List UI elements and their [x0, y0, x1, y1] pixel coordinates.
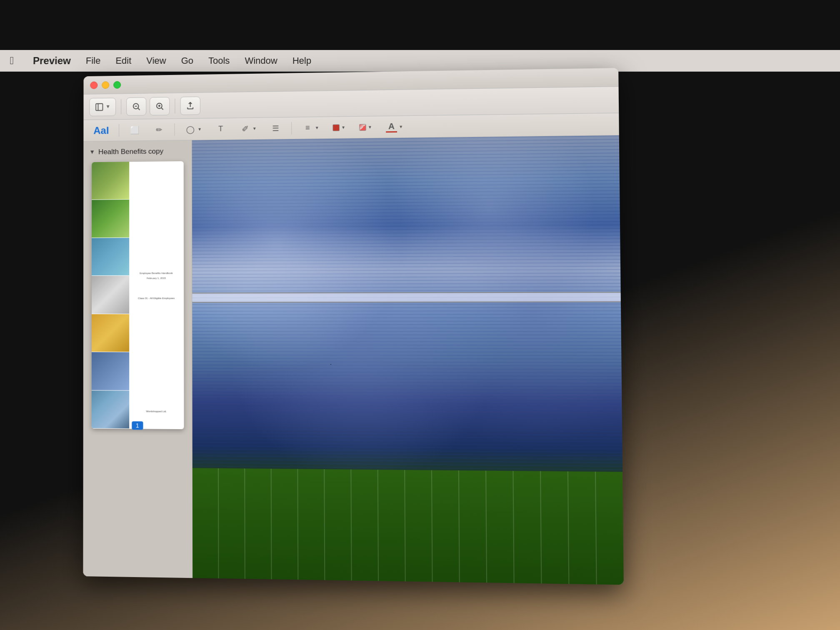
- close-button[interactable]: [90, 81, 98, 89]
- doc-footer-block: Wordshopped Ltd.: [132, 409, 180, 414]
- select-rect-button[interactable]: ⬜: [126, 123, 144, 137]
- doc-title-block: Employee Benefits Handbook February 1, 2…: [132, 270, 180, 280]
- doc-date: February 1, 2015: [132, 275, 180, 280]
- doc-handbook-title: Employee Benefits Handbook: [132, 270, 180, 275]
- collapse-arrow-icon[interactable]: ▼: [89, 149, 95, 155]
- monitor-area:  Preview File Edit View Go Tools Window…: [0, 0, 840, 630]
- line-style-button[interactable]: ≡ ▼: [299, 120, 322, 135]
- text-tool-label: AaI: [93, 125, 109, 136]
- field-yard-lines: [192, 468, 624, 585]
- zoom-out-button[interactable]: [126, 97, 146, 115]
- sidebar-toggle-button[interactable]: ▼: [89, 98, 116, 116]
- thumbnail-images: [91, 162, 129, 429]
- shapes-chevron-icon: ▼: [198, 127, 202, 132]
- crowd-overlay: [192, 135, 623, 494]
- minimize-button[interactable]: [102, 81, 109, 89]
- document-sidebar: ▼ Health Benefits copy: [83, 140, 192, 578]
- zoom-in-icon: [155, 101, 164, 110]
- app-name[interactable]: Preview: [33, 55, 71, 66]
- svg-rect-0: [96, 103, 102, 110]
- text-box-icon: T: [215, 123, 226, 134]
- menu-view[interactable]: View: [146, 55, 166, 66]
- sidebar-header: ▼ Health Benefits copy: [88, 145, 187, 159]
- thumb-img-4: [92, 276, 129, 314]
- svg-line-4: [138, 108, 140, 110]
- text-color-chevron-icon: ▼: [399, 125, 403, 129]
- text-color-button[interactable]: A ▼: [382, 120, 407, 134]
- menubar:  Preview File Edit View Go Tools Window…: [0, 50, 840, 72]
- sketch-button[interactable]: ✏: [150, 122, 168, 137]
- border-color-chevron-icon: ▼: [368, 125, 372, 129]
- doc-class: Class 01 - All Eligible Employees: [132, 296, 180, 301]
- menu-go[interactable]: Go: [181, 55, 194, 66]
- sketch-icon: ✏: [154, 124, 165, 135]
- thumb-img-2: [92, 200, 129, 238]
- signature-chevron-icon: ▼: [252, 126, 257, 131]
- text-tool-button[interactable]: AaI: [90, 123, 112, 138]
- text-color-icon: A: [386, 121, 397, 132]
- menu-file[interactable]: File: [86, 55, 101, 66]
- doc-company: Wordshopped Ltd.: [132, 409, 180, 414]
- line-style-chevron-icon: ▼: [315, 125, 319, 130]
- thumb-img-6: [91, 352, 129, 390]
- toolbar-separator-1: [121, 99, 121, 114]
- fill-color-swatch: [332, 124, 339, 131]
- fill-color-button[interactable]: ▼: [329, 122, 349, 133]
- zoom-in-button[interactable]: [150, 97, 170, 115]
- page-number-badge: 1: [132, 421, 143, 430]
- signature-button[interactable]: ✐ ▼: [236, 121, 260, 136]
- border-color-button[interactable]: ▼: [356, 122, 375, 132]
- select-rect-icon: ⬜: [130, 125, 140, 135]
- traffic-lights: [90, 81, 121, 89]
- shapes-icon: ◯: [185, 124, 196, 135]
- preview-window: ▼: [83, 68, 623, 585]
- thumb-img-1: [92, 162, 129, 200]
- pdf-main-view: [192, 135, 624, 585]
- annotation-separator-1: [119, 124, 120, 137]
- share-icon: [185, 101, 195, 110]
- stadium-banner: [192, 292, 621, 302]
- thumb-img-7: [91, 390, 129, 429]
- line-style-icon: ≡: [302, 122, 313, 133]
- menu-window[interactable]: Window: [245, 55, 277, 66]
- page-number-container: 1: [88, 433, 188, 434]
- menu-tools[interactable]: Tools: [208, 55, 230, 66]
- apple-logo-icon: : [10, 54, 14, 67]
- doc-class-block: Class 01 - All Eligible Employees: [132, 296, 180, 301]
- toolbar-separator-2: [175, 98, 175, 113]
- fill-color-chevron-icon: ▼: [341, 125, 345, 130]
- notes-button[interactable]: ☰: [267, 121, 285, 136]
- svg-line-8: [161, 108, 163, 109]
- thumb-img-3: [92, 238, 129, 276]
- thumbnail-text-content: Employee Benefits Handbook February 1, 2…: [129, 161, 184, 429]
- sidebar-icon: [95, 102, 104, 111]
- maximize-button[interactable]: [113, 81, 121, 88]
- annotation-separator-3: [291, 122, 292, 134]
- text-box-button[interactable]: T: [212, 122, 230, 136]
- annotation-separator-2: [175, 123, 175, 136]
- border-color-icon: [359, 124, 366, 130]
- shapes-button[interactable]: ◯ ▼: [182, 122, 205, 137]
- signature-icon: ✐: [240, 123, 250, 134]
- share-button[interactable]: [180, 96, 200, 115]
- sidebar-chevron-icon: ▼: [105, 104, 110, 110]
- menu-edit[interactable]: Edit: [115, 55, 131, 66]
- page-thumbnail[interactable]: Employee Benefits Handbook February 1, 2…: [91, 161, 184, 429]
- zoom-out-icon: [132, 102, 141, 111]
- thumb-img-5: [91, 314, 129, 352]
- document-sidebar-title: Health Benefits copy: [98, 148, 163, 157]
- menu-help[interactable]: Help: [292, 55, 311, 66]
- content-area: ▼ Health Benefits copy: [83, 135, 623, 585]
- notes-icon: ☰: [270, 123, 281, 134]
